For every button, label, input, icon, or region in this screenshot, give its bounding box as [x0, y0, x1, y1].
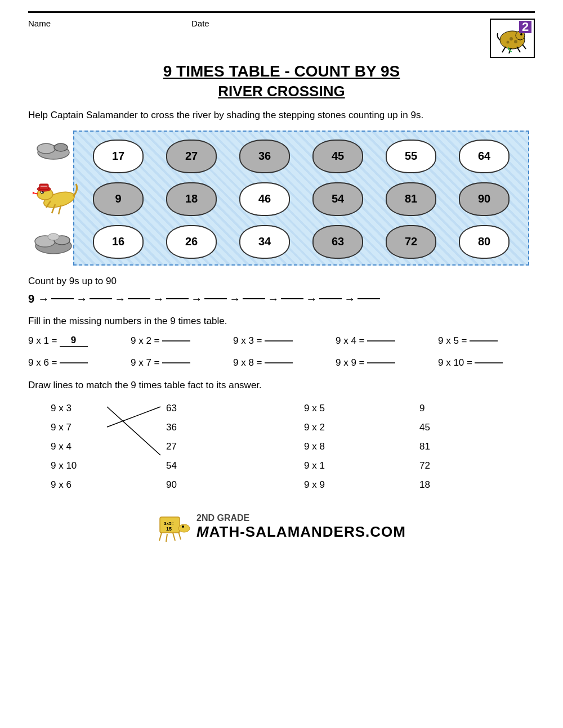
match-left-ans-3: 27 [155, 437, 282, 456]
stone-r2-c5: 81 [377, 179, 445, 219]
date-label: Date [191, 19, 209, 28]
match-row-3: 9 x 4 27 9 x 8 81 [28, 437, 535, 456]
river-instructions: Help Captain Salamander to cross the riv… [28, 108, 535, 123]
svg-point-12 [37, 143, 55, 154]
tt-cell-4: 9 x 4 = [336, 335, 432, 347]
rocks-bottom [31, 229, 76, 257]
svg-line-3 [502, 47, 506, 52]
tt-answer-1[interactable]: 9 [60, 335, 88, 347]
salamander-character [28, 178, 79, 218]
blank-4[interactable] [166, 298, 189, 299]
arrow-1: → [38, 293, 49, 305]
tt-answer-8[interactable] [265, 362, 293, 363]
match-right-fact-3: 9 x 8 [282, 437, 408, 456]
footer-text-block: 2ND GRADE MATH-SALAMANDERS.COM [196, 513, 406, 541]
footer: 3x5= 15 2ND GRADE MATH-SALAMANDERS.COM [28, 511, 535, 542]
stone-shape-r3-c1: 16 [93, 225, 144, 259]
arrow-4: → [153, 293, 164, 305]
arrow-3: → [114, 293, 126, 305]
stone-r2-c1: 9 [84, 179, 152, 219]
stone-r2-c3: 46 [231, 179, 298, 219]
tt-cell-10: 9 x 10 = [438, 357, 535, 369]
tt-answer-4[interactable] [367, 340, 395, 341]
svg-line-36 [178, 532, 181, 540]
tt-fact-4: 9 x 4 = [336, 335, 365, 347]
times-table-grid: 9 x 1 =99 x 2 =9 x 3 =9 x 4 =9 x 5 =9 x … [28, 335, 535, 369]
blank-1[interactable] [51, 298, 74, 299]
arrow-6: → [229, 293, 240, 305]
stone-shape-r1-c5: 55 [386, 140, 436, 173]
match-right-fact-1: 9 x 5 [282, 399, 408, 418]
arrow-7: → [267, 293, 279, 305]
match-right-ans-5: 18 [408, 475, 535, 495]
match-left-ans-1: 63 [155, 399, 282, 418]
stone-shape-r1-c6: 64 [459, 140, 510, 173]
tt-answer-6[interactable] [60, 362, 88, 363]
stone-r2-c2: 18 [158, 179, 225, 219]
stone-shape-r2-c2: 18 [166, 182, 217, 216]
footer-grade: 2ND GRADE [196, 513, 406, 523]
blank-9[interactable] [358, 298, 380, 299]
blank-3[interactable] [128, 298, 150, 299]
tt-fact-5: 9 x 5 = [438, 335, 467, 347]
svg-point-38 [182, 525, 184, 528]
fill-instructions: Fill in the missing numbers in the 9 tim… [28, 316, 535, 327]
svg-point-37 [178, 524, 190, 532]
stone-shape-r3-c5: 72 [386, 225, 436, 259]
svg-line-35 [173, 533, 175, 541]
stone-shape-r2-c6: 90 [459, 182, 510, 216]
tt-answer-10[interactable] [475, 362, 503, 363]
stone-r1-c4: 45 [304, 136, 372, 177]
tt-fact-9: 9 x 9 = [336, 357, 365, 369]
svg-point-8 [514, 40, 517, 43]
stone-shape-r2-c3: 46 [239, 182, 290, 216]
match-instructions: Draw lines to match the 9 times table fa… [28, 380, 535, 391]
blank-7[interactable] [281, 298, 303, 299]
match-left-ans-5: 90 [155, 475, 282, 495]
svg-text:15: 15 [166, 526, 172, 532]
match-left-fact-5: 9 x 6 [28, 475, 155, 495]
match-right-fact-5: 9 x 9 [282, 475, 408, 495]
tt-answer-7[interactable] [162, 362, 190, 363]
stone-shape-r3-c2: 26 [166, 225, 217, 259]
river-area: 17273645556491846548190162634637280 [28, 131, 535, 266]
match-left-fact-4: 9 x 10 [28, 456, 155, 475]
rocks-top [34, 138, 73, 161]
blank-8[interactable] [319, 298, 342, 299]
blank-2[interactable] [90, 298, 112, 299]
tt-cell-5: 9 x 5 = [438, 335, 535, 347]
tt-fact-7: 9 x 7 = [131, 357, 160, 369]
tt-answer-9[interactable] [367, 362, 395, 363]
svg-text:3x5=: 3x5= [164, 521, 174, 526]
tt-answer-3[interactable] [265, 340, 293, 341]
stone-shape-r2-c5: 81 [386, 182, 436, 216]
sub-title: RIVER CROSSING [28, 83, 535, 100]
svg-text:🦎: 🦎 [507, 47, 512, 52]
match-row-1: 9 x 3 63 9 x 5 9 [28, 399, 535, 418]
arrow-2: → [76, 293, 87, 305]
tt-answer-2[interactable] [162, 340, 190, 341]
svg-line-6 [522, 44, 526, 49]
match-right-ans-1: 9 [408, 399, 535, 418]
stone-shape-r2-c1: 9 [93, 182, 144, 216]
tt-cell-3: 9 x 3 = [233, 335, 330, 347]
svg-point-9 [507, 41, 510, 43]
svg-point-7 [510, 37, 513, 41]
match-right-fact-4: 9 x 1 [282, 456, 408, 475]
blank-6[interactable] [243, 298, 265, 299]
stone-r3-c1: 16 [84, 222, 152, 262]
tt-cell-6: 9 x 6 = [28, 357, 125, 369]
match-left-fact-3: 9 x 4 [28, 437, 155, 456]
count-start: 9 [28, 293, 34, 305]
stone-r3-c4: 63 [304, 222, 372, 262]
match-right-ans-2: 45 [408, 418, 535, 437]
tt-fact-1: 9 x 1 = [28, 335, 57, 347]
tt-cell-2: 9 x 2 = [131, 335, 227, 347]
stone-r1-c5: 55 [377, 136, 445, 177]
match-row-4: 9 x 10 54 9 x 1 72 [28, 456, 535, 475]
stone-shape-r1-c3: 36 [239, 140, 290, 173]
tt-answer-5[interactable] [470, 340, 498, 341]
match-left-ans-4: 54 [155, 456, 282, 475]
blank-5[interactable] [204, 298, 227, 299]
stone-r2-c4: 54 [304, 179, 372, 219]
